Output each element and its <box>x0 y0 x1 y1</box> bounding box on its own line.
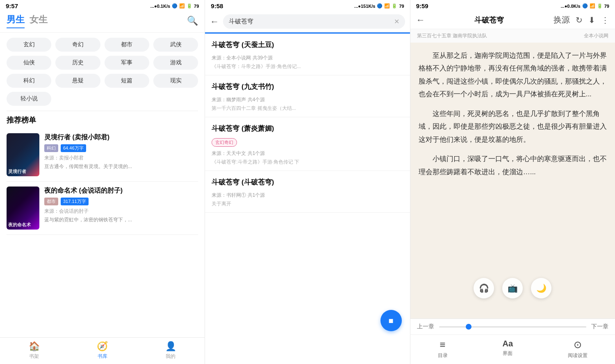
reader-actions: 换源 ↻ ⬇ ⋮ <box>554 14 609 25</box>
bt-icon-2: 🔵 <box>377 3 383 9</box>
list-item[interactable]: 斗破苍穹 (斗破苍穹) 来源：书轩网① 共1个源 关于离开 <box>205 171 410 213</box>
bt-icon-3: 🔵 <box>582 3 588 9</box>
list-item[interactable]: 灵境行者 灵境行者 (卖报小郎君) 科幻 64.46万字 来源：卖报小郎君 亘古… <box>7 128 198 182</box>
paragraph-1: 至从那之后，迦南学院周边范围，便是陷入了一片与外界格格不入的宁静地带，再没有任何… <box>419 49 607 101</box>
panel-reader: 9:59 ...●0.0K/s 🔵 📶 🔋 79 ← 斗破苍穹 换源 ↻ ⬇ ⋮… <box>410 0 615 364</box>
search-box[interactable]: 斗破苍穹 ✕ <box>223 14 405 29</box>
tag-grid: 玄幻 奇幻 都市 武侠 仙侠 历史 军事 游戏 科幻 悬疑 短篇 现实 轻小说 <box>0 33 205 111</box>
nav-profile[interactable]: 👤 我的 <box>165 341 176 360</box>
book-desc-2: 蓝与紫的霓虹中，浓密的钢铁苍穹下，... <box>44 216 198 223</box>
tag-wuxia[interactable]: 武侠 <box>153 38 198 52</box>
section-recommended: 推荐榜单 <box>0 111 205 128</box>
video-icon: 📺 <box>508 283 518 293</box>
battery-2: 🔋 <box>392 3 397 9</box>
bottom-nav: 🏠 书架 🧭 书库 👤 我的 <box>0 337 205 364</box>
toolbar-toc[interactable]: ≡ 目录 <box>438 339 448 359</box>
list-item[interactable]: 斗破苍穹 (萧炎萧媚) 玄幻奇幻 来源：天天中文 共1个源 《斗破苍穹:斗帝之路… <box>205 117 410 171</box>
result-title-1: 斗破苍穹 (天蚕土豆) <box>212 40 403 50</box>
stop-icon: ■ <box>389 316 394 325</box>
reader-toolbar: ≡ 目录 Aa 界面 ⊙ 阅读设置 <box>410 334 615 364</box>
time-2: 9:58 <box>211 2 223 9</box>
moon-icon: 🌙 <box>536 283 547 293</box>
search-button[interactable]: 🔍 <box>187 16 198 26</box>
gender-tabs: 男生 女生 <box>7 14 48 28</box>
toolbar-display[interactable]: Aa 界面 <box>503 339 513 359</box>
profile-icon: 👤 <box>165 341 176 352</box>
status-icons-3: ...●0.0K/s 🔵 📶 🔋 79 <box>561 3 609 9</box>
book-info-2: 夜的命名术 (会说话的肘子) 都市 317.11万字 来源：会说话的肘子 蓝与紫… <box>44 187 198 223</box>
battery-num-1: 79 <box>194 4 199 9</box>
book-tags-1: 科幻 64.46万字 <box>44 144 198 152</box>
genre-badge-city: 都市 <box>44 198 58 205</box>
prev-chapter-button[interactable]: 上一章 <box>417 323 434 330</box>
paragraph-2: 这些年间，死灵树的恶名，也是几乎扩散到了整个黑角域，因此，即使是那些穷凶极恶之徒… <box>419 107 607 146</box>
reader-back-button[interactable]: ← <box>416 15 425 25</box>
result-title-3: 斗破苍穹 (萧炎萧媚) <box>212 124 403 133</box>
tag-mystery[interactable]: 悬疑 <box>55 74 100 88</box>
status-icons-2: ...●151K/s 🔵 📶 🔋 79 <box>354 3 404 9</box>
status-bar-3: 9:59 ...●0.0K/s 🔵 📶 🔋 79 <box>410 0 615 11</box>
bookshelf-icon: 🏠 <box>29 341 40 352</box>
status-bar-2: 9:58 ...●151K/s 🔵 📶 🔋 79 <box>205 0 410 11</box>
display-label: 界面 <box>503 350 512 357</box>
tag-qihuan[interactable]: 奇幻 <box>55 38 100 52</box>
nav-label-profile: 我的 <box>166 353 175 360</box>
toolbar-settings[interactable]: ⊙ 阅读设置 <box>568 339 588 359</box>
result-source1-3: 来源：天天中文 共1个源 <box>212 150 403 157</box>
book-tags-2: 都市 317.11万字 <box>44 198 198 205</box>
result-source1-4: 来源：书轩网① 共1个源 <box>212 192 403 199</box>
tag-dushi[interactable]: 都市 <box>105 38 149 52</box>
tab-male[interactable]: 男生 <box>7 14 25 28</box>
tag-military[interactable]: 军事 <box>105 56 149 70</box>
list-item[interactable]: 斗破苍穹 (天蚕土豆) 来源：全本小说网 共39个源 《斗破苍穹：斗帝之路》手游… <box>205 34 410 75</box>
nav-bookshelf[interactable]: 🏠 书架 <box>29 341 40 360</box>
library-icon: 🧭 <box>97 341 108 352</box>
result-title-2: 斗破苍穹 (九支书竹) <box>212 82 403 91</box>
result-chapter1-2: 第一千六百四十二章 摇曳生姿（大结... <box>212 105 403 112</box>
chapter-label: 第三百七十五章 迦南学院执法队 <box>417 32 487 39</box>
status-bar-1: 9:57 ...●0.1K/s 🔵 📶 🔋 79 <box>0 0 205 11</box>
list-item[interactable]: 夜的命名术 夜的命名术 (会说话的肘子) 都市 317.11万字 来源：会说话的… <box>7 182 198 235</box>
next-chapter-button[interactable]: 下一章 <box>591 323 608 330</box>
clear-search-button[interactable]: ✕ <box>394 18 399 25</box>
time-3: 9:59 <box>416 2 428 9</box>
tag-reality[interactable]: 现实 <box>153 74 198 88</box>
tag-history[interactable]: 历史 <box>55 56 100 70</box>
search-input: 斗破苍穹 <box>229 18 253 25</box>
tag-xianxia[interactable]: 仙侠 <box>7 56 51 70</box>
list-item[interactable]: 斗破苍穹 (九支书竹) 来源：幽梦雨声 共4个源 第一千六百四十二章 摇曳生姿（… <box>205 75 410 117</box>
book-source-2: 来源：会说话的肘子 <box>44 208 198 215</box>
floating-controls: 🎧 📺 🌙 <box>474 278 551 298</box>
back-button[interactable]: ← <box>210 16 219 27</box>
night-float-button[interactable]: 🌙 <box>531 278 551 298</box>
audio-float-button[interactable]: 🎧 <box>474 278 494 298</box>
result-title-4: 斗破苍穹 (斗破苍穹) <box>212 177 403 187</box>
reader-book-title: 斗破苍穹 <box>430 15 549 25</box>
genre-xuanhuan-tag: 玄幻奇幻 <box>212 138 237 147</box>
tag-scifi[interactable]: 科幻 <box>7 74 51 88</box>
headphone-icon: 🎧 <box>479 283 489 293</box>
nav-library[interactable]: 🧭 书库 <box>97 341 108 360</box>
signal-1: ...●0.1K/s <box>150 4 170 9</box>
download-button[interactable]: ⬇ <box>588 15 595 25</box>
result-chapter1-4: 关于离开 <box>212 200 403 207</box>
tag-game[interactable]: 游戏 <box>153 56 198 70</box>
book-cover-1: 灵境行者 <box>7 133 39 176</box>
search-results: 斗破苍穹 (天蚕土豆) 来源：全本小说网 共39个源 《斗破苍穹：斗帝之路》手游… <box>205 34 410 364</box>
tag-short[interactable]: 短篇 <box>105 74 149 88</box>
tab-female[interactable]: 女生 <box>30 14 48 28</box>
wifi-icon-2: 📶 <box>384 3 390 9</box>
tag-light-novel[interactable]: 轻小说 <box>7 92 51 106</box>
refresh-button[interactable]: ↻ <box>576 15 583 25</box>
stop-fab-button[interactable]: ■ <box>380 310 402 331</box>
panel-library: 9:57 ...●0.1K/s 🔵 📶 🔋 79 男生 女生 🔍 玄幻 奇幻 都… <box>0 0 205 364</box>
more-options-button[interactable]: ⋮ <box>601 15 609 25</box>
reader-content[interactable]: 至从那之后，迦南学院周边范围，便是陷入了一片与外界格格不入的宁静地带，再没有任何… <box>410 43 615 318</box>
reader-progress: 上一章 下一章 <box>410 318 615 334</box>
progress-track[interactable] <box>439 326 586 328</box>
tag-xuanhuan[interactable]: 玄幻 <box>7 38 51 52</box>
result-source1-2: 来源：幽梦雨声 共4个源 <box>212 96 403 103</box>
video-float-button[interactable]: 📺 <box>502 278 523 298</box>
change-source-button[interactable]: 换源 <box>554 14 570 25</box>
result-chapter1-3: 《斗破苍穹:斗帝之路》手游·角色传记 下 <box>212 159 403 166</box>
